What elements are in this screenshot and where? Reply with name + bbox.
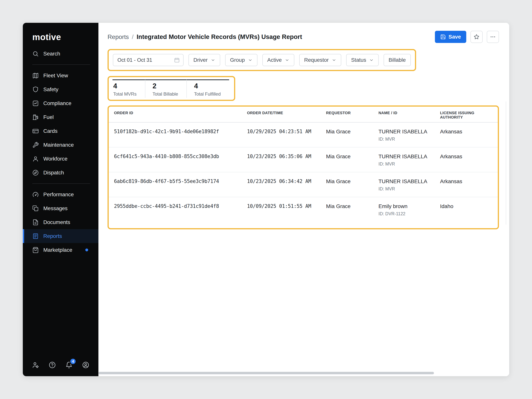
filter-dropdown-label: Status <box>351 57 366 63</box>
cell-datetime: 10/23/2025 06:35:06 AM <box>247 153 326 167</box>
stat-label: Total Billable <box>152 91 178 97</box>
notification-badge: 4 <box>70 358 76 365</box>
driver-name: Emily brown <box>379 203 440 209</box>
sidebar-item-cards[interactable]: Cards <box>23 124 98 138</box>
sidebar-item-fleet-view[interactable]: Fleet View <box>23 69 98 82</box>
driver-id: ID: MVR <box>379 186 440 191</box>
table-row[interactable]: 6cf641c5-943a-4410-b808-855cc308e3db10/2… <box>109 147 498 172</box>
filter-dropdown-label: Group <box>230 57 245 63</box>
sidebar-footer: 4 <box>23 361 98 376</box>
cell-name-id: Emily brownID: DVR-1122 <box>379 203 440 216</box>
column-header: ORDER DATE/TIME <box>247 111 326 120</box>
breadcrumb-separator: / <box>132 33 133 40</box>
sidebar-item-workforce[interactable]: Workforce <box>23 152 98 166</box>
status-filter-dropdown[interactable]: Status <box>346 54 379 66</box>
mvr-usage-table: ORDER IDORDER DATE/TIMEREQUESTORNAME / I… <box>108 105 499 229</box>
summary-stats: 4Total MVRs2Total Billable4Total Fulfill… <box>108 76 235 101</box>
account-icon[interactable] <box>82 361 89 369</box>
cell-order-id: 6ab6c819-86db-4f67-b5f5-55ee3c9b7174 <box>114 178 247 191</box>
sidebar-item-compliance[interactable]: Compliance <box>23 96 98 110</box>
active-filter-dropdown[interactable]: Active <box>262 54 294 66</box>
stat-value: 4 <box>113 82 137 90</box>
sidebar-divider <box>32 183 90 184</box>
sidebar-item-search[interactable]: Search <box>23 47 98 61</box>
cell-authority: Arkansas <box>440 129 493 142</box>
date-range-input[interactable]: Oct 01 - Oct 31 <box>113 54 184 66</box>
page-header: Reports / Integrated Motor Vehicle Recor… <box>108 31 499 43</box>
cell-order-id: 6cf641c5-943a-4410-b808-855cc308e3db <box>114 153 247 167</box>
column-header: REQUESTOR <box>326 111 379 120</box>
account-icon <box>82 361 89 369</box>
breadcrumb: Reports / Integrated Motor Vehicle Recor… <box>108 33 302 40</box>
search-icon <box>32 51 39 57</box>
requestor-filter-dropdown[interactable]: Requestor <box>299 54 341 66</box>
report-icon <box>32 233 39 239</box>
desktop-background: motive Search Fleet ViewSafetyCompliance… <box>0 0 532 399</box>
sidebar-item-label: Marketplace <box>43 247 72 253</box>
column-header: LICENSE ISSUING AUTHORITY <box>440 111 493 120</box>
date-range-value: Oct 01 - Oct 31 <box>117 57 152 63</box>
sidebar-spacer <box>23 257 98 361</box>
sidebar-item-performance[interactable]: Performance <box>23 188 98 201</box>
stat-value: 2 <box>152 82 178 90</box>
stat-value: 4 <box>194 82 221 90</box>
cell-requestor: Mia Grace <box>326 129 379 142</box>
table-body: 510f182b-d91c-42c1-9b91-4de06e18982f10/2… <box>109 123 498 226</box>
document-icon <box>32 219 39 226</box>
save-icon <box>440 34 446 40</box>
more-options-button[interactable] <box>487 31 499 43</box>
sidebar-item-messages[interactable]: Messages <box>23 201 98 215</box>
app-window: motive Search Fleet ViewSafetyCompliance… <box>23 23 509 376</box>
messages-icon <box>32 205 39 212</box>
sidebar-item-label: Cards <box>43 128 57 134</box>
cell-requestor: Mia Grace <box>326 178 379 191</box>
admin-icon <box>32 361 39 369</box>
sidebar-item-marketplace[interactable]: Marketplace <box>23 243 98 257</box>
favorite-button[interactable] <box>470 31 483 43</box>
cell-name-id: TURNER ISABELLAID: MVR <box>379 178 440 191</box>
card-icon <box>32 128 39 134</box>
sidebar-item-documents[interactable]: Documents <box>23 215 98 229</box>
chevron-down-icon <box>248 58 253 62</box>
sidebar-item-safety[interactable]: Safety <box>23 82 98 96</box>
bag-icon <box>32 247 39 253</box>
group-filter-dropdown[interactable]: Group <box>225 54 257 66</box>
sidebar-item-label: Search <box>43 51 60 57</box>
breadcrumb-reports-link[interactable]: Reports <box>108 33 129 40</box>
table-row[interactable]: 6ab6c819-86db-4f67-b5f5-55ee3c9b717410/2… <box>109 172 498 197</box>
sidebar-item-dispatch[interactable]: Dispatch <box>23 166 98 180</box>
cell-order-id: 2955ddbe-ccbc-4495-b241-d731c91de4f8 <box>114 203 247 216</box>
sidebar-item-label: Fleet View <box>43 73 68 79</box>
cell-name-id: TURNER ISABELLAID: MVR <box>379 153 440 167</box>
stat-total-fulfilled: 4Total Fulfilled <box>186 79 229 98</box>
table-row[interactable]: 2955ddbe-ccbc-4495-b241-d731c91de4f810/0… <box>109 197 498 226</box>
sidebar-nav-secondary: PerformanceMessagesDocumentsReportsMarke… <box>23 188 98 257</box>
driver-id: ID: MVR <box>379 162 440 167</box>
header-actions: Save <box>435 31 499 43</box>
help-icon[interactable] <box>49 361 56 369</box>
main-content: Reports / Integrated Motor Vehicle Recor… <box>98 23 509 376</box>
page-title: Integrated Motor Vehicle Records (MVRs) … <box>137 33 302 40</box>
sidebar-item-maintenance[interactable]: Maintenance <box>23 138 98 152</box>
driver-filter-dropdown[interactable]: Driver <box>189 54 220 66</box>
cell-requestor: Mia Grace <box>326 153 379 167</box>
compass-icon <box>32 170 39 176</box>
stat-label: Total MVRs <box>113 91 137 97</box>
table-row[interactable]: 510f182b-d91c-42c1-9b91-4de06e18982f10/2… <box>109 123 498 147</box>
sidebar-item-label: Compliance <box>43 100 71 106</box>
column-header: NAME / ID <box>379 111 440 120</box>
motive-logo: motive <box>32 32 98 42</box>
horizontal-scrollbar[interactable] <box>98 372 434 374</box>
chevron-down-icon <box>369 58 374 62</box>
save-button[interactable]: Save <box>435 31 466 43</box>
driver-id: ID: DVR-1122 <box>379 211 440 216</box>
sidebar-item-fuel[interactable]: Fuel <box>23 110 98 124</box>
user-icon <box>32 156 39 162</box>
sidebar-item-reports[interactable]: Reports <box>23 229 98 243</box>
billable-filter-button[interactable]: Billable <box>384 54 411 66</box>
notifications-icon[interactable]: 4 <box>65 361 73 369</box>
sidebar-item-label: Messages <box>43 205 68 211</box>
chevron-down-icon <box>285 58 289 62</box>
sidebar-item-label: Fuel <box>43 114 54 120</box>
admin-settings-icon[interactable] <box>32 361 39 369</box>
